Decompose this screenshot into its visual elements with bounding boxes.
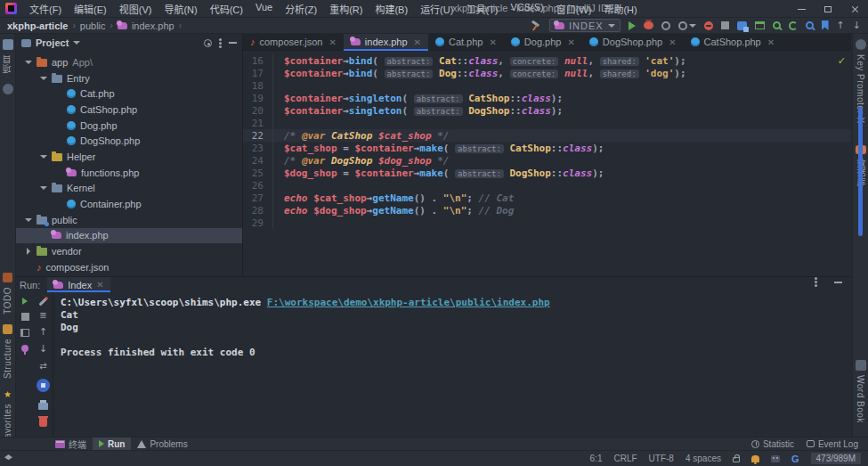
minimize-button[interactable] bbox=[788, 0, 815, 18]
menu-item[interactable]: 导航(N) bbox=[158, 0, 202, 18]
editor-tab-dog-php[interactable]: Dog.php✕ bbox=[504, 34, 582, 50]
stop-button[interactable] bbox=[21, 313, 29, 321]
tree-item-app[interactable]: appApp\ bbox=[16, 54, 242, 70]
run-console-output[interactable]: C:\Users\syfxl\scoop\shims\php.exe F:\wo… bbox=[53, 292, 851, 437]
google-translate-icon[interactable]: G bbox=[791, 454, 799, 464]
menu-item[interactable]: 重构(R) bbox=[324, 0, 368, 18]
tree-chevron-icon[interactable] bbox=[40, 186, 47, 190]
encoding-selector[interactable]: UTF-8 bbox=[649, 454, 674, 463]
tool-window-icon[interactable] bbox=[755, 21, 765, 29]
close-icon[interactable]: ✕ bbox=[96, 280, 103, 290]
menu-item[interactable]: 分析(Z) bbox=[280, 0, 322, 18]
tree-item-public[interactable]: public bbox=[16, 212, 242, 228]
tree-item-helper[interactable]: Helper bbox=[16, 149, 242, 165]
menu-item[interactable]: 编辑(E) bbox=[69, 0, 112, 18]
search-everywhere-icon[interactable] bbox=[806, 21, 814, 29]
code-line[interactable]: 16$container→bind( abstract: Cat::class,… bbox=[243, 54, 851, 67]
tree-item-dog-php[interactable]: Dog.php bbox=[16, 118, 242, 134]
search-icon[interactable] bbox=[773, 21, 781, 29]
hide-panel-icon[interactable] bbox=[229, 42, 237, 44]
lock-icon[interactable] bbox=[733, 457, 740, 462]
menu-item[interactable]: 文件(F) bbox=[24, 0, 67, 18]
run-tab-index[interactable]: Index ✕ bbox=[47, 277, 110, 292]
edit-configuration-icon[interactable] bbox=[39, 298, 48, 307]
notification-bell-icon[interactable] bbox=[751, 455, 759, 462]
statistic-button[interactable]: Statistic bbox=[745, 437, 800, 451]
menu-item[interactable]: 代码(C) bbox=[205, 0, 248, 18]
inspection-ok-icon[interactable]: ✓ bbox=[838, 55, 846, 67]
tree-chevron-icon[interactable] bbox=[25, 248, 32, 255]
tree-item-cat-php[interactable]: Cat.php bbox=[16, 86, 242, 102]
menu-item[interactable]: 视图(V) bbox=[114, 0, 158, 18]
attach-debugger-button[interactable] bbox=[704, 21, 713, 30]
run-configuration-selector[interactable]: INDEX bbox=[549, 19, 621, 32]
refresh-icon[interactable] bbox=[789, 21, 798, 30]
previous-occurrence-icon[interactable]: ↑ bbox=[837, 21, 845, 30]
close-icon[interactable]: ✕ bbox=[329, 37, 336, 47]
close-icon[interactable]: ✕ bbox=[767, 37, 775, 47]
code-line[interactable]: 26 bbox=[243, 179, 851, 192]
more-options-icon[interactable] bbox=[815, 281, 817, 283]
memory-indicator[interactable]: 473/989M bbox=[811, 453, 861, 464]
tree-item-container-php[interactable]: Container.php bbox=[16, 196, 242, 212]
hide-panel-icon[interactable] bbox=[834, 282, 842, 283]
close-icon[interactable]: ✕ bbox=[414, 37, 421, 47]
close-button[interactable] bbox=[841, 0, 868, 18]
editor-tab-dogshop-php[interactable]: DogShop.php✕ bbox=[582, 34, 684, 50]
todo-stripe-button[interactable]: TODO bbox=[3, 273, 12, 315]
problems-button[interactable]: Problems bbox=[131, 437, 193, 451]
tree-chevron-icon[interactable] bbox=[25, 61, 32, 64]
run-tool-window-button[interactable]: Run bbox=[93, 437, 131, 451]
profiler-button[interactable] bbox=[678, 21, 696, 30]
close-icon[interactable]: ✕ bbox=[669, 37, 676, 47]
close-icon[interactable]: ✕ bbox=[567, 37, 574, 47]
caret-position[interactable]: 6:1 bbox=[590, 454, 603, 463]
tree-item-dogshop-php[interactable]: DogShop.php bbox=[16, 133, 242, 149]
stop-button[interactable] bbox=[721, 21, 729, 29]
rerun-button[interactable] bbox=[22, 298, 28, 305]
tree-item-catshop-php[interactable]: CatShop.php bbox=[16, 102, 242, 118]
maximize-button[interactable] bbox=[815, 0, 841, 18]
next-occurrence-icon[interactable]: ↓ bbox=[853, 21, 861, 30]
more-options-icon[interactable] bbox=[219, 42, 222, 45]
menu-item[interactable]: 构建(B) bbox=[369, 0, 413, 18]
run-button[interactable] bbox=[629, 21, 636, 30]
code-line[interactable]: 29 bbox=[243, 217, 851, 229]
code-line[interactable]: 19$container→singleton( abstract: CatSho… bbox=[243, 92, 851, 104]
tree-item-vendor[interactable]: vendor bbox=[16, 243, 242, 259]
terminal-button[interactable]: 终端 bbox=[49, 437, 93, 451]
debug-button[interactable] bbox=[644, 21, 653, 29]
soft-wrap-icon[interactable]: ⇄ bbox=[39, 362, 46, 371]
editor-tab-composer-json[interactable]: ♪composer.json✕ bbox=[243, 34, 344, 50]
console-file-link[interactable]: F:\workspace\demo\xkphp-article\public\i… bbox=[267, 297, 550, 308]
status-stack-icon[interactable] bbox=[4, 454, 12, 462]
event-log-button[interactable]: Event Log bbox=[800, 437, 864, 451]
breadcrumb-item[interactable]: xkphp-article bbox=[7, 20, 68, 31]
editor-tab-cat-php[interactable]: Cat.php✕ bbox=[428, 34, 504, 50]
tree-chevron-icon[interactable] bbox=[40, 77, 47, 80]
indent-selector[interactable]: 4 spaces bbox=[685, 454, 721, 463]
word-book-stripe-button[interactable]: Word Book bbox=[856, 360, 866, 423]
code-line[interactable]: 27echo $cat_shop→getName() . "\n"; // Ca… bbox=[243, 192, 851, 204]
code-editor[interactable]: 16$container→bind( abstract: Cat::class,… bbox=[243, 51, 851, 276]
plugin-robot-icon[interactable] bbox=[771, 455, 780, 462]
scroll-to-end-icon[interactable] bbox=[37, 379, 50, 392]
code-line[interactable]: 20$container→singleton( abstract: DogSho… bbox=[243, 104, 851, 117]
tree-item-functions-php[interactable]: functions.php bbox=[16, 165, 242, 181]
editor-tab-catshop-php[interactable]: CatShop.php✕ bbox=[684, 34, 783, 50]
restore-layout-icon[interactable] bbox=[20, 329, 29, 337]
ide-settings-icon[interactable] bbox=[737, 21, 747, 30]
tree-item-kernel[interactable]: Kernel bbox=[16, 181, 242, 197]
close-icon[interactable]: ✕ bbox=[489, 37, 496, 47]
tree-item-index-php[interactable]: index.php bbox=[16, 228, 242, 244]
bookmark-icon[interactable] bbox=[822, 20, 829, 30]
code-line[interactable]: 25$dog_shop = $container→make( abstract:… bbox=[243, 167, 851, 179]
editor-tab-index-php[interactable]: index.php✕ bbox=[344, 34, 428, 50]
tree-chevron-icon[interactable] bbox=[40, 155, 47, 159]
code-line[interactable]: 28echo $dog_shop→getName() . "\n"; // Do… bbox=[243, 204, 851, 217]
code-line[interactable]: 21 bbox=[243, 117, 851, 129]
structure-stripe-button[interactable]: Structure bbox=[3, 324, 12, 379]
project-stripe-button[interactable]: 项目 bbox=[1, 39, 14, 73]
code-line[interactable]: 18 bbox=[243, 79, 851, 92]
code-line[interactable]: 17$container→bind( abstract: Dog::class,… bbox=[243, 67, 851, 79]
